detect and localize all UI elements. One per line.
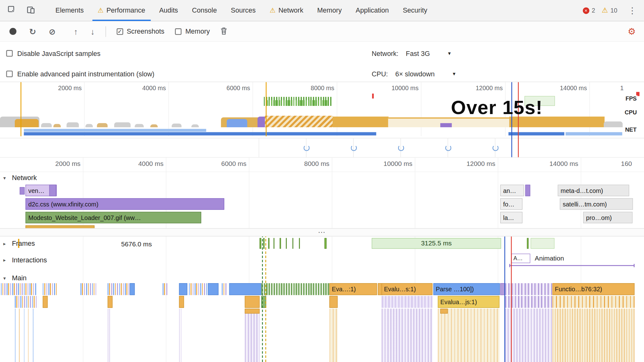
memory-checkbox[interactable]: Memory — [175, 28, 210, 36]
load-profile-button[interactable]: ↑ — [74, 27, 78, 36]
network-request-bar[interactable]: la… — [500, 212, 523, 223]
net-bar — [24, 129, 206, 132]
flame-bar[interactable] — [245, 309, 259, 314]
tab-application[interactable]: Application — [349, 0, 396, 21]
network-request-bar[interactable]: satelli…tm.com) — [560, 198, 633, 210]
network-request-bar[interactable]: pro…om) — [583, 212, 633, 223]
chevron-right-icon: ▸ — [3, 241, 8, 246]
tab-label: Memory — [317, 7, 342, 14]
frames-section-header[interactable]: ▸ Frames — [3, 240, 35, 248]
tab-console[interactable]: Console — [185, 0, 224, 21]
flame-bar[interactable]: Parse …100]) — [433, 283, 500, 295]
network-request-bar[interactable]: meta-d…t.com) — [558, 185, 629, 196]
pane-splitter[interactable]: ⋯ — [0, 228, 644, 236]
flame-bar-cluster[interactable] — [552, 296, 635, 308]
frame-bar[interactable] — [259, 238, 261, 249]
frame-bar[interactable] — [299, 238, 300, 249]
record-button[interactable] — [9, 28, 16, 35]
flame-bar[interactable]: Eva…:1) — [330, 283, 377, 295]
tab-performance[interactable]: ⚠Performance — [91, 0, 152, 21]
flame-bar[interactable] — [245, 296, 259, 308]
screenshots-checkbox[interactable]: ✓ Screenshots — [116, 28, 164, 36]
tab-elements[interactable]: Elements — [48, 0, 91, 21]
network-section-header[interactable]: ▾ Network — [3, 174, 36, 182]
more-options-button[interactable]: ⋮ — [624, 6, 641, 15]
device-toolbar-button[interactable] — [24, 0, 38, 21]
cpu-area — [53, 124, 61, 127]
flame-bar-cluster[interactable] — [381, 296, 432, 308]
frame-bar[interactable] — [280, 238, 281, 249]
flame-bar[interactable] — [440, 309, 448, 314]
flame-bar-cluster[interactable] — [505, 283, 552, 295]
tab-memory[interactable]: Memory — [310, 0, 349, 21]
frame-bar[interactable] — [325, 238, 327, 249]
flame-bar-cluster[interactable] — [163, 283, 168, 295]
network-request-bar[interactable] — [49, 185, 56, 196]
network-request-bar[interactable]: d2c.css (www.xfinity.com) — [25, 198, 224, 210]
devtools-tab-bar: Elements ⚠Performance Audits Console Sou… — [0, 0, 644, 21]
warning-icon: ⚠ — [98, 7, 104, 14]
warning-count-badge[interactable]: ⚠ 10 — [602, 7, 618, 14]
flame-bar-cluster[interactable] — [80, 283, 96, 295]
flame-bar-cluster[interactable] — [1, 283, 37, 295]
cpu-throttle-select[interactable]: CPU: 6× slowdown ▼ — [372, 68, 456, 80]
network-request-bar[interactable] — [20, 187, 25, 195]
flame-bar[interactable] — [43, 296, 48, 308]
frame-bar[interactable] — [263, 238, 264, 249]
flame-bar[interactable] — [130, 283, 135, 295]
flame-bar[interactable] — [179, 296, 184, 308]
frame-bar[interactable] — [274, 238, 275, 249]
frame-bar[interactable] — [527, 238, 529, 249]
memory-label: Memory — [185, 28, 210, 36]
frame-bar[interactable] — [531, 238, 555, 249]
flame-bar[interactable] — [108, 296, 113, 308]
frame-bar[interactable] — [268, 238, 269, 249]
frame-bar[interactable] — [286, 238, 287, 249]
reload-and-profile-button[interactable]: ↻ — [29, 27, 36, 36]
frame-bar-highlighted[interactable]: 3125.5 ms — [372, 238, 501, 249]
network-request-bar[interactable]: fo… — [500, 198, 523, 210]
flame-bar[interactable] — [330, 296, 338, 308]
network-request-bar[interactable] — [525, 185, 530, 196]
flame-bar-cluster[interactable] — [108, 283, 132, 295]
flame-bar-cluster[interactable] — [222, 283, 227, 295]
tab-audits[interactable]: Audits — [152, 0, 185, 21]
tab-security[interactable]: Security — [396, 0, 434, 21]
flame-bar-cluster[interactable] — [505, 296, 552, 308]
interaction-bar[interactable]: A… — [511, 254, 530, 263]
ruler-tick-label: 14000 ms — [545, 160, 578, 167]
garbage-collect-button[interactable] — [220, 27, 227, 36]
tab-sources[interactable]: Sources — [224, 0, 263, 21]
interaction-label[interactable]: Animation — [535, 254, 564, 263]
flame-bar[interactable]: Evalua…js:1) — [438, 296, 499, 308]
clear-recording-button[interactable]: ⊘ — [49, 27, 56, 36]
network-request-bar[interactable]: Modesto_Website_Loader_007.gif (ww… — [25, 212, 201, 223]
screenshot-filmstrip[interactable] — [0, 138, 644, 158]
flame-bar-cluster[interactable] — [189, 283, 210, 295]
save-profile-button[interactable]: ↓ — [91, 27, 95, 36]
flame-bar-cluster[interactable] — [15, 296, 38, 308]
error-count-badge[interactable]: ✕ 2 — [583, 7, 595, 14]
flame-column — [381, 309, 432, 362]
advanced-paint-checkbox[interactable]: Enable advanced paint instrumentation (s… — [6, 68, 154, 80]
flame-bar[interactable] — [229, 283, 261, 295]
disable-js-samples-checkbox[interactable]: Disable JavaScript samples — [6, 47, 101, 59]
network-request-bar[interactable]: an… — [500, 185, 524, 196]
flame-bar-cluster[interactable] — [261, 283, 330, 295]
main-section-header[interactable]: ▾ Main — [3, 274, 26, 282]
flame-bar[interactable] — [179, 283, 187, 295]
interactions-section-header[interactable]: ▸ Interactions — [3, 256, 47, 264]
cpu-area — [150, 124, 158, 127]
flame-bar[interactable] — [208, 283, 219, 295]
flame-bar[interactable]: Functio…b76:32) — [552, 283, 635, 295]
timeline-overview[interactable]: 2000 ms 4000 ms 6000 ms 8000 ms 10000 ms… — [0, 82, 644, 157]
inspect-element-button[interactable] — [5, 0, 19, 21]
capture-settings-button[interactable]: ⚙ — [628, 27, 636, 36]
flame-bar[interactable]: Evalu…s:1) — [381, 283, 432, 295]
network-throttle-select[interactable]: Network: Fast 3G ▼ — [372, 47, 452, 59]
tab-network[interactable]: ⚠Network — [263, 0, 310, 21]
frame-bar[interactable] — [292, 238, 293, 249]
flame-bar-cluster[interactable] — [43, 283, 57, 295]
tab-label: Console — [192, 7, 217, 14]
reload-icon: ↻ — [29, 27, 36, 36]
